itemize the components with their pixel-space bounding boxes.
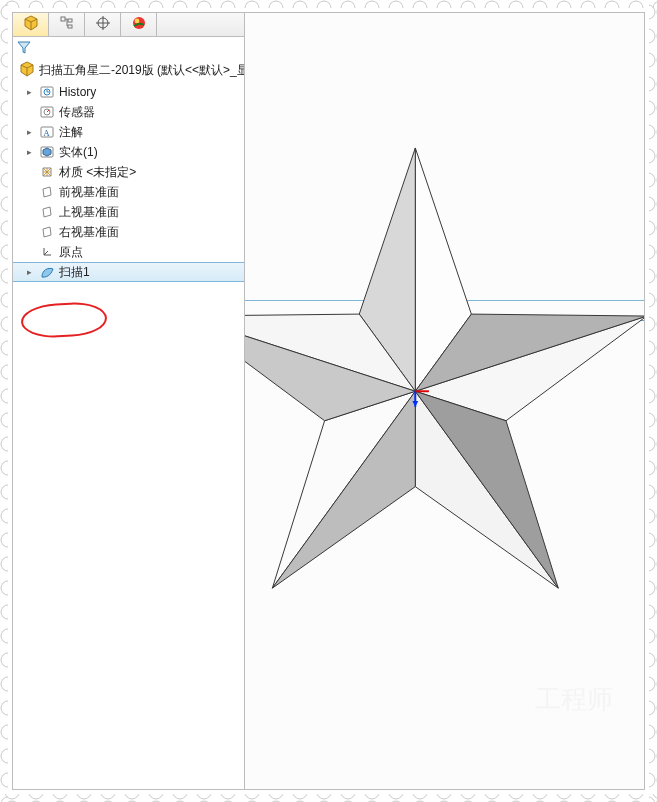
node-label: 前视基准面 xyxy=(59,184,119,201)
tree-node-front-plane[interactable]: 前视基准面 xyxy=(19,182,244,202)
workarea: 扫描五角星二-2019版 (默认<<默认>_显 ▸ History 传感器 xyxy=(12,12,645,790)
svg-rect-4 xyxy=(68,25,72,28)
tree-node-sweep[interactable]: ▸ 扫描1 xyxy=(13,262,244,282)
tree-node-history[interactable]: ▸ History xyxy=(19,82,244,102)
cube-icon xyxy=(23,15,39,34)
expand-icon[interactable]: ▸ xyxy=(27,87,35,97)
svg-rect-3 xyxy=(68,19,72,22)
funnel-icon[interactable] xyxy=(17,40,31,57)
svg-rect-36 xyxy=(0,0,657,8)
tree-node-material[interactable]: 材质 <未指定> xyxy=(19,162,244,182)
manager-tabs xyxy=(13,13,244,37)
tab-configuration-manager[interactable] xyxy=(85,13,121,36)
svg-rect-39 xyxy=(649,0,657,802)
svg-rect-38 xyxy=(0,0,8,802)
origin-icon xyxy=(39,244,55,260)
tree-node-right-plane[interactable]: 右视基准面 xyxy=(19,222,244,242)
expand-icon[interactable]: ▸ xyxy=(27,267,35,277)
tree-node-annotations[interactable]: ▸ A 注解 xyxy=(19,122,244,142)
tree-node-top-plane[interactable]: 上视基准面 xyxy=(19,202,244,222)
solid-body-icon xyxy=(39,144,55,160)
svg-text:A: A xyxy=(43,128,50,138)
plane-icon xyxy=(39,184,55,200)
expand-icon[interactable]: ▸ xyxy=(27,127,35,137)
sweep-feature-icon xyxy=(39,264,55,280)
expand-icon[interactable]: ▸ xyxy=(27,147,35,157)
plane-icon xyxy=(39,204,55,220)
node-label: 实体(1) xyxy=(59,144,98,161)
tab-property-manager[interactable] xyxy=(49,13,85,36)
feature-manager-panel: 扫描五角星二-2019版 (默认<<默认>_显 ▸ History 传感器 xyxy=(13,13,245,789)
root-label: 扫描五角星二-2019版 (默认<<默认>_显 xyxy=(39,62,244,79)
svg-rect-37 xyxy=(0,794,657,802)
annotation-icon: A xyxy=(39,124,55,140)
plane-icon xyxy=(39,224,55,240)
model-star xyxy=(245,13,644,789)
tree-icon xyxy=(60,16,74,33)
node-label: 上视基准面 xyxy=(59,204,119,221)
tree-root[interactable]: 扫描五角星二-2019版 (默认<<默认>_显 xyxy=(13,59,244,82)
tab-feature-manager[interactable] xyxy=(13,13,49,36)
material-icon xyxy=(39,164,55,180)
feature-tree: ▸ History 传感器 ▸ A xyxy=(13,82,244,282)
svg-marker-20 xyxy=(43,148,51,156)
sphere-icon xyxy=(132,16,146,33)
model-viewport[interactable]: 工程师 xyxy=(245,13,644,789)
history-icon xyxy=(39,84,55,100)
annotation-circle xyxy=(20,301,108,339)
tab-appearance-manager[interactable] xyxy=(121,13,157,36)
tree-node-sensors[interactable]: 传感器 xyxy=(19,102,244,122)
app-frame: 扫描五角星二-2019版 (默认<<默认>_显 ▸ History 传感器 xyxy=(0,0,657,802)
svg-rect-2 xyxy=(61,17,65,21)
tree-node-origin[interactable]: 原点 xyxy=(19,242,244,262)
node-label: 传感器 xyxy=(59,104,95,121)
svg-point-9 xyxy=(134,19,139,24)
node-label: History xyxy=(59,85,96,99)
node-label: 注解 xyxy=(59,124,83,141)
filter-row xyxy=(13,37,244,59)
tree-node-solids[interactable]: ▸ 实体(1) xyxy=(19,142,244,162)
node-label: 右视基准面 xyxy=(59,224,119,241)
node-label: 扫描1 xyxy=(59,264,90,281)
part-cube-icon xyxy=(19,61,35,80)
node-label: 材质 <未指定> xyxy=(59,164,136,181)
sensor-icon xyxy=(39,104,55,120)
crosshair-icon xyxy=(96,16,110,33)
node-label: 原点 xyxy=(59,244,83,261)
